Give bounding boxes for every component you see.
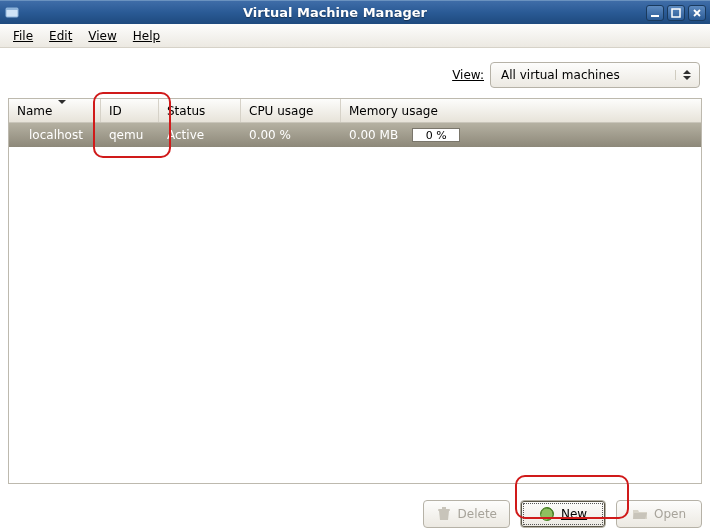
col-header-cpu-label: CPU usage <box>249 104 313 118</box>
close-button[interactable] <box>688 5 706 21</box>
window-buttons <box>646 5 706 21</box>
svg-rect-5 <box>442 507 446 509</box>
col-header-status[interactable]: Status <box>159 99 241 122</box>
col-header-id[interactable]: ID <box>101 99 159 122</box>
minimize-button[interactable] <box>646 5 664 21</box>
cell-cpu: 0.00 % <box>241 128 341 142</box>
mem-usage-bar: 0 % <box>412 128 460 142</box>
col-header-mem-label: Memory usage <box>349 104 438 118</box>
folder-open-icon <box>632 506 648 522</box>
table-row[interactable]: localhost qemu Active 0.00 % 0.00 MB 0 % <box>9 123 701 147</box>
view-filter-selected: All virtual machines <box>501 68 675 82</box>
menu-view-label: View <box>88 29 116 43</box>
col-header-cpu[interactable]: CPU usage <box>241 99 341 122</box>
col-header-name[interactable]: Name <box>9 99 101 122</box>
cell-id: qemu <box>101 128 159 142</box>
view-filter-label: View: <box>452 68 484 82</box>
menu-file[interactable]: File <box>6 27 40 45</box>
menu-file-label: File <box>13 29 33 43</box>
content-area: View: All virtual machines Name ID Statu… <box>0 48 710 490</box>
view-filter-combo[interactable]: All virtual machines <box>490 62 700 88</box>
footer-buttons: Delete New Open <box>0 490 710 529</box>
trash-icon <box>436 506 452 522</box>
sort-indicator-icon <box>58 104 66 118</box>
menu-help-label: Help <box>133 29 160 43</box>
table-header-row: Name ID Status CPU usage Memory usage <box>9 99 701 123</box>
cell-status: Active <box>159 128 241 142</box>
col-header-status-label: Status <box>167 104 205 118</box>
maximize-button[interactable] <box>667 5 685 21</box>
cell-name: localhost <box>9 128 101 142</box>
open-button: Open <box>616 500 702 528</box>
delete-button-label: Delete <box>458 507 497 521</box>
vm-table: Name ID Status CPU usage Memory usage lo… <box>8 98 702 484</box>
menubar: File Edit View Help <box>0 24 710 48</box>
menu-edit-label: Edit <box>49 29 72 43</box>
app-icon <box>4 5 20 21</box>
view-filter-row: View: All virtual machines <box>10 62 700 88</box>
new-button[interactable]: New <box>520 500 606 528</box>
cell-mem: 0.00 MB 0 % <box>341 128 701 142</box>
new-icon <box>539 506 555 522</box>
svg-rect-2 <box>651 15 659 17</box>
svg-rect-1 <box>6 8 18 10</box>
menu-edit[interactable]: Edit <box>42 27 79 45</box>
open-button-label: Open <box>654 507 686 521</box>
col-header-id-label: ID <box>109 104 122 118</box>
combo-spinner-icon <box>675 70 693 80</box>
cell-mem-text: 0.00 MB <box>349 128 398 142</box>
new-button-label: New <box>561 507 587 521</box>
col-header-name-label: Name <box>17 104 52 118</box>
col-header-mem[interactable]: Memory usage <box>341 99 701 122</box>
svg-rect-3 <box>672 9 680 17</box>
svg-point-6 <box>540 508 553 521</box>
delete-button: Delete <box>423 500 510 528</box>
menu-view[interactable]: View <box>81 27 123 45</box>
window-title: Virtual Machine Manager <box>24 5 646 20</box>
menu-help[interactable]: Help <box>126 27 167 45</box>
titlebar: Virtual Machine Manager <box>0 0 710 24</box>
svg-rect-4 <box>438 509 450 511</box>
